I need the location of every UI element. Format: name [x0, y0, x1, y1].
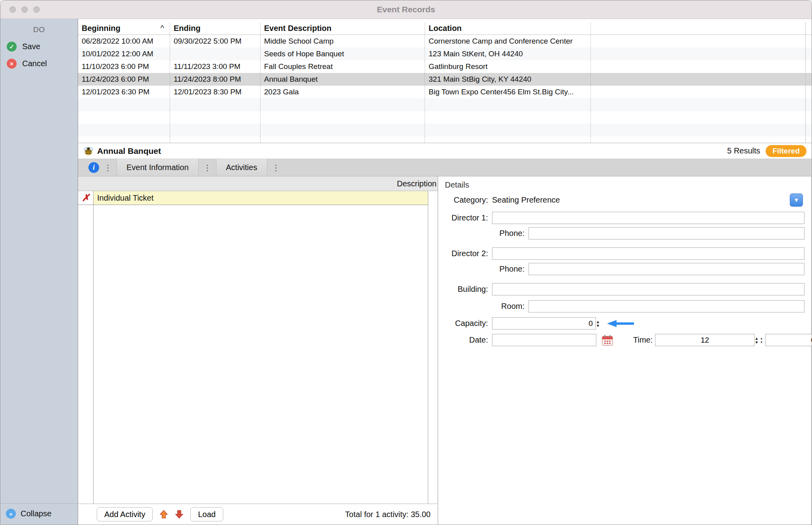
column-label: Event Description: [264, 24, 331, 33]
cell-spacer: [806, 86, 812, 98]
chevron-down-icon: ▾: [795, 196, 798, 204]
collapse-button[interactable]: « Collapse: [0, 503, 78, 525]
phone2-input[interactable]: [529, 263, 804, 275]
record-header: Annual Banquet 5 Results Filtered: [78, 143, 812, 159]
record-content: Description ✗ Individual Ticket: [78, 176, 812, 525]
activity-row[interactable]: Individual Ticket: [94, 191, 428, 205]
cancel-button[interactable]: × Cancel: [0, 55, 78, 72]
cell-ending: 11/24/2023 8:00 PM: [170, 73, 260, 86]
column-label: Ending: [174, 24, 201, 33]
save-check-icon: ✓: [7, 42, 17, 52]
capacity-stepper[interactable]: ▴ ▾: [597, 320, 599, 328]
table-row[interactable]: 12/01/2023 6:30 PM 12/01/2023 8:30 PM 20…: [78, 86, 812, 98]
cell-beginning: 12/01/2023 6:30 PM: [78, 86, 170, 98]
phone1-row: Phone:: [438, 227, 811, 240]
close-button[interactable]: [10, 6, 16, 13]
building-label: Building:: [438, 285, 488, 294]
capacity-pointer-arrow-icon: [605, 319, 634, 328]
date-input[interactable]: [492, 334, 596, 346]
director1-input[interactable]: [492, 212, 804, 224]
time-hour-input[interactable]: [655, 334, 755, 346]
category-value: Seating Preference: [492, 195, 560, 205]
save-button[interactable]: ✓ Save: [0, 38, 78, 55]
hour-stepper[interactable]: ▴ ▾: [755, 336, 758, 344]
column-header-beginning[interactable]: Beginning ^: [78, 22, 170, 34]
cell-beginning: 06/28/2022 10:00 AM: [78, 35, 170, 48]
cell-empty: [591, 86, 806, 98]
column-header-description[interactable]: Event Description: [260, 22, 425, 34]
director1-label: Director 1:: [438, 213, 488, 222]
stepper-down-icon: ▾: [755, 340, 758, 344]
record-title: Annual Banquet: [97, 146, 161, 156]
room-input[interactable]: [529, 300, 804, 312]
table-row-empty: [78, 136, 812, 143]
cancel-label: Cancel: [22, 59, 47, 68]
minimize-button[interactable]: [21, 6, 28, 13]
cell-description: Middle School Camp: [260, 35, 425, 48]
calendar-icon[interactable]: [601, 334, 613, 346]
up-arrow-icon: [159, 510, 168, 519]
move-down-button[interactable]: [175, 510, 184, 519]
building-input[interactable]: [492, 283, 804, 295]
events-table: Beginning ^ Ending Event Description Loc…: [78, 19, 812, 143]
cell-description: 2023 Gala: [260, 86, 425, 98]
overflow-dots-icon[interactable]: ⋮: [267, 163, 285, 172]
add-activity-button[interactable]: Add Activity: [97, 507, 153, 521]
cell-spacer: [806, 48, 812, 60]
column-label: Location: [429, 24, 462, 33]
cell-ending: 11/11/2023 3:00 PM: [170, 60, 260, 73]
cell-location: Big Town Expo Center456 Elm St.Big City.…: [425, 86, 591, 98]
table-row-selected[interactable]: 11/24/2023 6:00 PM 11/24/2023 8:00 PM An…: [78, 73, 812, 86]
cell-empty: [591, 48, 806, 60]
cell-empty: [591, 73, 806, 86]
stepper-down-icon: ▾: [597, 324, 599, 328]
app-window: Event Records DO ✓ Save × Cancel « Colla…: [0, 0, 812, 525]
load-button[interactable]: Load: [190, 507, 223, 521]
delete-activity-icon: ✗: [82, 193, 90, 203]
table-row[interactable]: 06/28/2022 10:00 AM 09/30/2022 5:00 PM M…: [78, 35, 812, 48]
column-header-ending[interactable]: Ending: [170, 22, 260, 34]
column-header-spacer: [806, 22, 812, 34]
activities-list: ✗ Individual Ticket: [78, 191, 438, 504]
date-time-row: Date:: [438, 334, 811, 346]
title-bar: Event Records: [0, 0, 812, 19]
category-dropdown-button[interactable]: ▾: [790, 194, 803, 207]
table-header-row: Beginning ^ Ending Event Description Loc…: [78, 19, 812, 35]
details-header: Details: [438, 180, 811, 189]
table-row-empty: [78, 111, 812, 124]
zoom-button[interactable]: [33, 6, 40, 13]
tab-activities[interactable]: Activities: [216, 159, 267, 176]
info-icon[interactable]: i: [88, 162, 99, 173]
cell-description: Annual Banquet: [260, 73, 425, 86]
building-row: Building:: [438, 283, 811, 295]
tab-label: Event Information: [126, 163, 189, 172]
category-row: Category: Seating Preference ▾: [438, 193, 811, 207]
main-area: Beginning ^ Ending Event Description Loc…: [78, 19, 812, 525]
capacity-row: Capacity: ▴ ▾: [438, 317, 811, 330]
column-header-location[interactable]: Location: [425, 22, 591, 34]
sort-asc-icon[interactable]: ^: [161, 24, 164, 33]
cell-ending: [170, 48, 260, 60]
activities-rows: Individual Ticket: [94, 191, 428, 504]
tab-event-information[interactable]: Event Information: [117, 159, 199, 176]
overflow-dots-icon[interactable]: ⋮: [199, 163, 216, 172]
phone1-input[interactable]: [529, 227, 804, 240]
details-panel: Details Category: Seating Preference ▾ D…: [438, 176, 812, 525]
filtered-badge[interactable]: Filtered: [766, 145, 806, 157]
table-row[interactable]: 11/10/2023 6:00 PM 11/11/2023 3:00 PM Fa…: [78, 60, 812, 73]
capacity-label: Capacity:: [438, 319, 488, 328]
room-row: Room:: [438, 300, 811, 312]
time-label: Time:: [633, 335, 653, 345]
table-row[interactable]: 10/01/2022 12:00 AM Seeds of Hope Banque…: [78, 48, 812, 60]
cell-spacer: [806, 60, 812, 73]
column-label: Beginning: [82, 24, 121, 33]
capacity-input[interactable]: [492, 317, 596, 330]
overflow-dots-icon[interactable]: ⋮: [99, 163, 117, 172]
move-up-button[interactable]: [159, 510, 168, 519]
delete-activity-button[interactable]: ✗: [78, 191, 93, 205]
column-header-empty: [591, 22, 806, 34]
tab-label: Activities: [226, 163, 257, 172]
director2-input[interactable]: [492, 247, 804, 260]
director1-row: Director 1:: [438, 212, 811, 224]
time-minute-input[interactable]: [765, 334, 812, 346]
